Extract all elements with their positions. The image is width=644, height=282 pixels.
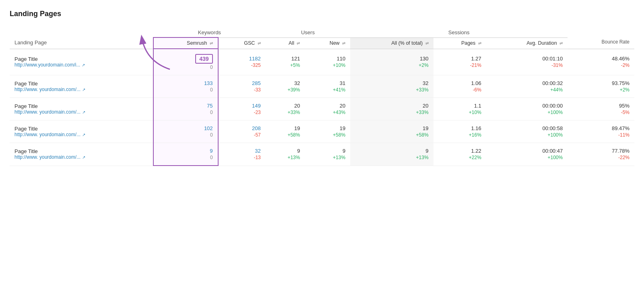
landing-pages-table: Landing Page Keywords Users Sessions Bou…: [10, 26, 634, 166]
bounce-rate-change: +2%: [620, 87, 630, 93]
col-header-avg-duration: Avg. Duration ⇌: [486, 37, 568, 49]
all-users-cell: 121 +5%: [266, 49, 305, 75]
semrush-change: 0: [210, 155, 213, 160]
avg-duration-cell: 00:00:32 +44%: [486, 75, 568, 98]
all-users-change: +5%: [290, 62, 300, 68]
external-link-icon[interactable]: ↗: [82, 63, 85, 67]
bounce-rate-change: -11%: [618, 132, 630, 138]
page-title-text: Page Title: [14, 148, 148, 154]
avg-duration-change: +100%: [547, 155, 563, 160]
table-wrapper: Landing Page Keywords Users Sessions Bou…: [10, 26, 634, 166]
col-header-gsc: GSC ⇌: [218, 37, 266, 49]
semrush-change: 0: [210, 64, 213, 70]
new-users-cell: 9 +13%: [305, 143, 350, 166]
external-link-icon[interactable]: ↗: [82, 110, 85, 114]
page-title-text: Page Title: [14, 81, 148, 87]
page-url: http://www. yourdomain.com/... ↗: [14, 132, 148, 137]
sessions-all-cell: 32 +33%: [350, 75, 433, 98]
gsc-value: 32: [255, 148, 260, 154]
page-title-text: Page Title: [14, 126, 148, 132]
gsc-value: 208: [252, 125, 261, 131]
sessions-all-change: +33%: [416, 110, 429, 115]
avg-duration-value: 00:01:10: [543, 56, 563, 62]
gsc-change: -325: [251, 62, 261, 68]
bounce-rate-cell: 48.46% -2%: [568, 49, 634, 75]
new-users-change: +10%: [333, 62, 345, 68]
gsc-value: 1182: [249, 56, 261, 62]
gsc-value: 149: [252, 103, 261, 109]
semrush-value: 102 0: [159, 125, 213, 138]
page-url: http://www. yourdomain.com/... ↗: [14, 87, 148, 92]
sort-icon-sessions-all[interactable]: ⇌: [425, 41, 429, 46]
sessions-all-cell: 9 +13%: [350, 143, 433, 166]
bounce-rate-cell: 95% -5%: [568, 98, 634, 120]
sort-icon-all-users[interactable]: ⇌: [297, 41, 300, 46]
sessions-all-cell: 19 +58%: [350, 120, 433, 143]
page-title-text: Page Title: [14, 56, 148, 62]
sessions-all-change: +2%: [419, 62, 428, 68]
pages-change: -21%: [470, 62, 481, 68]
group-header-users: Users: [266, 26, 350, 37]
sort-icon-semrush[interactable]: ⇌: [210, 41, 213, 46]
gsc-cell: 285 -33: [218, 75, 266, 98]
sort-icon-gsc[interactable]: ⇌: [258, 41, 261, 46]
sort-icon-new-users[interactable]: ⇌: [342, 41, 345, 46]
avg-duration-value: 00:00:00: [543, 103, 563, 109]
table-row: Page Title http://www.yourdomain.com/i..…: [10, 49, 634, 75]
semrush-cell: 439 0: [153, 49, 218, 75]
sessions-all-value: 32: [423, 80, 428, 86]
landing-page-cell: Page Title http://www.yourdomain.com/i..…: [10, 49, 153, 75]
table-row: Page Title http://www. yourdomain.com/..…: [10, 120, 634, 143]
sessions-all-value: 9: [425, 148, 428, 154]
sort-icon-pages[interactable]: ⇌: [478, 41, 481, 46]
bounce-rate-change: -5%: [621, 110, 630, 115]
sessions-all-change: +33%: [416, 87, 429, 93]
col-header-sessions-all: All (% of total) ⇌: [350, 37, 433, 49]
sessions-all-change: +13%: [416, 155, 429, 160]
new-users-cell: 20 +43%: [305, 98, 350, 120]
avg-duration-cell: 00:00:58 +100%: [486, 120, 568, 143]
semrush-cell: 102 0: [153, 120, 218, 143]
landing-page-cell: Page Title http://www. yourdomain.com/..…: [10, 75, 153, 98]
avg-duration-cell: 00:00:00 +100%: [486, 98, 568, 120]
new-users-change: +43%: [333, 110, 345, 115]
all-users-cell: 32 +39%: [266, 75, 305, 98]
avg-duration-change: +100%: [547, 132, 563, 138]
bounce-rate-change: -2%: [621, 62, 630, 68]
sessions-all-cell: 130 +2%: [350, 49, 433, 75]
page-title: Landing Pages: [10, 10, 634, 18]
external-link-icon[interactable]: ↗: [82, 155, 85, 160]
bounce-rate-value: 95%: [619, 103, 630, 109]
semrush-value: 133 0: [159, 80, 213, 93]
bounce-rate-value: 77.78%: [612, 148, 630, 154]
semrush-value: 75 0: [159, 103, 213, 115]
sort-icon-avg-duration[interactable]: ⇌: [559, 41, 563, 46]
landing-page-cell: Page Title http://www. yourdomain.com/..…: [10, 98, 153, 120]
pages-value: 1.22: [471, 148, 481, 154]
gsc-cell: 149 -23: [218, 98, 266, 120]
gsc-cell: 208 -57: [218, 120, 266, 143]
external-link-icon[interactable]: ↗: [82, 133, 85, 137]
new-users-value: 19: [340, 125, 345, 131]
pages-cell: 1.1 +10%: [433, 98, 486, 120]
new-users-value: 20: [340, 103, 345, 109]
col-header-pages: Pages ⇌: [433, 37, 486, 49]
all-users-value: 19: [294, 125, 300, 131]
all-users-value: 121: [291, 56, 300, 62]
gsc-change: -13: [254, 155, 260, 160]
sessions-all-value: 130: [420, 56, 429, 62]
gsc-cell: 1182 -325: [218, 49, 266, 75]
avg-duration-cell: 00:00:47 +100%: [486, 143, 568, 166]
all-users-cell: 9 +13%: [266, 143, 305, 166]
semrush-change: 0: [210, 87, 213, 93]
pages-value: 1.06: [471, 80, 481, 86]
semrush-change: 0: [210, 110, 213, 115]
external-link-icon[interactable]: ↗: [82, 87, 85, 92]
gsc-cell: 32 -13: [218, 143, 266, 166]
new-users-cell: 19 +58%: [305, 120, 350, 143]
avg-duration-change: -31%: [551, 62, 563, 68]
pages-change: +22%: [469, 155, 481, 160]
pages-value: 1.1: [474, 103, 481, 109]
col-header-all-users: All ⇌: [266, 37, 305, 49]
new-users-value: 31: [340, 80, 345, 86]
